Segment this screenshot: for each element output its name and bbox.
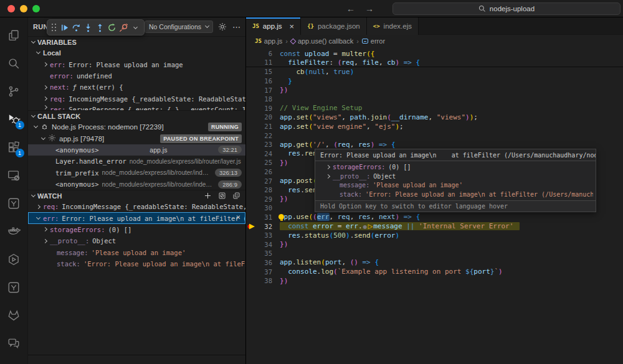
y-extension-icon[interactable]	[0, 273, 28, 301]
debug-settings-gear-icon[interactable]	[218, 22, 227, 32]
comments-icon[interactable]	[0, 329, 28, 357]
breakpoint-gutter[interactable]	[246, 158, 256, 167]
remove-watch-icon[interactable]: ×	[236, 213, 240, 222]
lightbulb-icon[interactable]	[278, 214, 284, 220]
close-window-button[interactable]	[7, 5, 15, 12]
tab-app.js[interactable]: JSapp.js×	[246, 17, 301, 35]
chevron-right-icon[interactable]	[43, 62, 47, 67]
run-and-debug-icon[interactable]: 1	[0, 105, 28, 133]
breakpoint-gutter[interactable]	[246, 131, 256, 140]
breakpoint-gutter[interactable]	[246, 176, 256, 185]
step-over-icon[interactable]	[70, 21, 82, 34]
explorer-icon[interactable]	[0, 21, 28, 49]
more-actions-icon[interactable]: ⋯	[232, 22, 241, 32]
code-line-33[interactable]: 33 res.status(500).send(error)	[246, 231, 623, 240]
variable-row[interactable]: next:ƒ next(err) {	[28, 82, 245, 93]
chevron-right-icon[interactable]	[43, 239, 47, 243]
code-line-35[interactable]: 35	[246, 249, 623, 258]
code-line-36[interactable]: 36app.listen(port, () => {	[246, 258, 623, 268]
code-line-34[interactable]: 34})	[246, 240, 623, 249]
code-line-20[interactable]: 20app.set("views", path.join(__dirname, …	[246, 113, 623, 122]
breakpoint-gutter[interactable]	[246, 122, 256, 131]
breakpoint-gutter[interactable]	[246, 213, 256, 222]
remove-all-watch-icon[interactable]	[218, 192, 226, 200]
navigate-forward-icon[interactable]: →	[365, 4, 374, 14]
gitlab-icon[interactable]	[0, 301, 28, 329]
close-tab-icon[interactable]: ×	[290, 22, 295, 31]
breakpoint-gutter[interactable]	[246, 231, 256, 240]
watch-row[interactable]: storageErrors:(0) []	[28, 224, 245, 235]
breakpoint-gutter[interactable]	[246, 195, 256, 204]
watch-row[interactable]: err:Error: Please upload an image\n at f…	[28, 212, 245, 223]
chevron-right-icon[interactable]	[36, 205, 40, 209]
breakpoint-gutter[interactable]	[246, 95, 256, 104]
breakpoint-gutter[interactable]	[246, 49, 256, 58]
toolbar-drag-handle[interactable]	[51, 23, 57, 32]
code-line-37[interactable]: 37 console.log(`Example app listening on…	[246, 267, 623, 276]
chevron-right-icon[interactable]	[43, 227, 47, 231]
stack-frame-row[interactable]: <anonymous>node_modules/express/lib/rout…	[28, 179, 245, 190]
stack-frame-row[interactable]: Layer.handle_errornode_modules/express/l…	[28, 156, 245, 167]
breakpoint-gutter[interactable]	[246, 167, 256, 177]
chevron-down-icon[interactable]	[130, 21, 141, 34]
breadcrumb-item[interactable]: app.use() callback	[291, 37, 353, 45]
breadcrumb-item[interactable]: error	[362, 37, 385, 45]
hover-variable-row[interactable]: message:'Please upload an image'	[318, 181, 593, 190]
code-line-18[interactable]: 18	[246, 95, 623, 104]
docker-icon[interactable]	[0, 217, 28, 245]
watch-section-header[interactable]: WATCH	[28, 190, 245, 201]
source-control-icon[interactable]	[0, 77, 28, 105]
call-stack-section-header[interactable]: CALL STACK	[28, 110, 245, 121]
extensions-icon[interactable]: 1	[0, 133, 28, 161]
chevron-right-icon[interactable]	[43, 105, 47, 110]
chevron-down-icon[interactable]	[41, 136, 45, 140]
breakpoint-gutter[interactable]	[246, 249, 256, 258]
breakpoint-gutter[interactable]	[246, 258, 256, 268]
code-line-38[interactable]: 38})	[246, 276, 623, 286]
watch-row[interactable]: message:'Please upload an image'	[28, 247, 245, 258]
variable-row[interactable]: req:IncomingMessage {_readableState: Rea…	[28, 93, 245, 105]
variable-row[interactable]: res:ServerResponse {_events: {…}, _event…	[28, 105, 245, 110]
hover-variable-row[interactable]: storageErrors:(0) []	[318, 162, 593, 172]
watch-row[interactable]: req:IncomingMessage {_readableState: Rea…	[28, 201, 245, 212]
code-line-16[interactable]: 16 }	[246, 77, 623, 86]
tab-index.ejs[interactable]: <>index.ejs	[367, 17, 419, 35]
breakpoint-gutter[interactable]	[246, 77, 256, 86]
hover-variable-row[interactable]: stack:'Error: Please upload an image\n a…	[318, 190, 593, 199]
chevron-down-icon[interactable]	[34, 124, 38, 128]
hover-variable-row[interactable]: __proto__:Object	[318, 172, 593, 181]
breakpoint-gutter[interactable]	[246, 203, 256, 213]
debug-configuration-select[interactable]: No Configurations	[145, 21, 213, 33]
chevron-down-icon[interactable]	[36, 50, 40, 54]
chevron-right-icon[interactable]	[326, 174, 330, 179]
code-line-19[interactable]: 19// View Engine Setup	[246, 104, 623, 113]
code-line-17[interactable]: 17})	[246, 85, 623, 95]
code-line-6[interactable]: 6const upload = multer({	[246, 49, 623, 58]
breakpoint-gutter[interactable]	[246, 222, 256, 231]
breakpoint-gutter[interactable]	[246, 104, 256, 113]
thunder-client-icon[interactable]	[0, 189, 28, 217]
chevron-right-icon[interactable]	[326, 165, 330, 169]
variable-row[interactable]: error:undefined	[28, 70, 245, 82]
breakpoint-gutter[interactable]	[246, 267, 256, 276]
code-line-22[interactable]: 22	[246, 131, 623, 140]
code-line-21[interactable]: 21app.set("view engine", "ejs");	[246, 122, 623, 131]
breakpoint-gutter[interactable]	[246, 240, 256, 249]
navigate-back-icon[interactable]: ←	[346, 4, 355, 14]
stack-frame-row[interactable]: <anonymous>app.js32:21	[28, 144, 245, 156]
breadcrumb-item[interactable]: JSapp.js	[255, 37, 282, 45]
breakpoint-gutter[interactable]	[246, 185, 256, 195]
command-center-search[interactable]: nodejs-upload	[392, 2, 621, 15]
code-line-31[interactable]: 31app.use((err, req, res, next) => {	[246, 213, 623, 222]
maximize-window-button[interactable]	[32, 5, 40, 12]
watch-row[interactable]: __proto__:Object	[28, 235, 245, 246]
breakpoint-gutter[interactable]	[246, 149, 256, 159]
restart-icon[interactable]	[106, 21, 118, 34]
watch-row[interactable]: stack:'Error: Please upload an image\n a…	[28, 258, 245, 269]
stack-frame-row[interactable]: trim_prefixnode_modules/express/lib/rout…	[28, 167, 245, 179]
disconnect-icon[interactable]	[118, 21, 130, 34]
variable-row[interactable]: err:Error: Please upload an image	[28, 58, 245, 70]
step-into-icon[interactable]	[82, 21, 94, 34]
add-watch-expression-icon[interactable]	[204, 192, 212, 200]
debug-session-row[interactable]: Node.js Process: nodemon [72239]RUNNING	[28, 121, 245, 133]
